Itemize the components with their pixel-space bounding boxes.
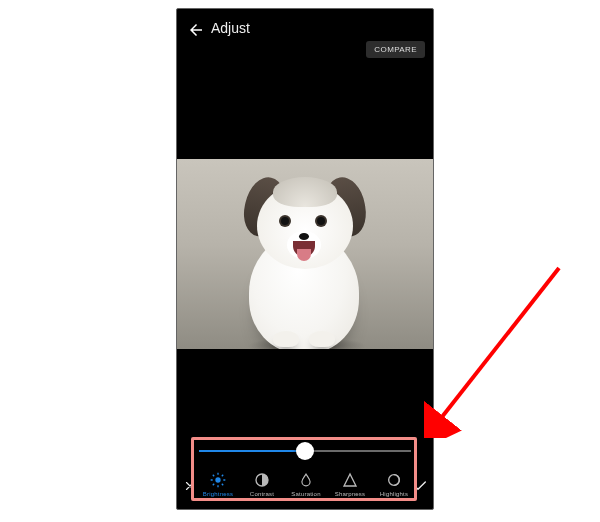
option-label: Brightness bbox=[203, 491, 233, 497]
option-saturation[interactable]: Saturation bbox=[285, 471, 327, 497]
option-brightness[interactable]: Brightness bbox=[197, 471, 239, 497]
highlights-icon bbox=[385, 471, 403, 489]
option-contrast[interactable]: Contrast bbox=[241, 471, 283, 497]
sharpness-icon bbox=[341, 471, 359, 489]
annotation-arrow bbox=[424, 258, 574, 438]
svg-line-6 bbox=[222, 484, 223, 485]
option-label: Saturation bbox=[291, 491, 320, 497]
close-icon bbox=[183, 479, 197, 493]
compare-button[interactable]: COMPARE bbox=[366, 41, 425, 58]
svg-line-8 bbox=[222, 475, 223, 476]
confirm-button[interactable] bbox=[411, 477, 429, 495]
slider-thumb[interactable] bbox=[296, 442, 314, 460]
photo-preview bbox=[177, 159, 433, 349]
svg-point-0 bbox=[215, 477, 220, 482]
cancel-button[interactable] bbox=[181, 477, 199, 495]
arrow-left-icon bbox=[187, 21, 205, 39]
check-icon bbox=[412, 478, 428, 494]
adjust-options: Brightness Contrast Saturation Sharpness bbox=[197, 463, 415, 497]
brightness-icon bbox=[209, 471, 227, 489]
photo-editor-screen: Adjust COMPARE bbox=[176, 8, 434, 510]
saturation-icon bbox=[297, 471, 315, 489]
svg-line-7 bbox=[213, 484, 214, 485]
svg-line-11 bbox=[438, 268, 559, 422]
option-sharpness[interactable]: Sharpness bbox=[329, 471, 371, 497]
slider-track-inactive bbox=[305, 450, 411, 452]
slider-track-active bbox=[199, 450, 305, 452]
option-highlights[interactable]: Highlights bbox=[373, 471, 415, 497]
header-bar: Adjust COMPARE bbox=[177, 9, 433, 53]
back-button[interactable] bbox=[185, 19, 207, 41]
option-label: Highlights bbox=[380, 491, 408, 497]
page-title: Adjust bbox=[211, 20, 250, 36]
adjust-slider[interactable] bbox=[199, 441, 411, 461]
contrast-icon bbox=[253, 471, 271, 489]
option-label: Sharpness bbox=[335, 491, 366, 497]
svg-line-5 bbox=[213, 475, 214, 476]
option-label: Contrast bbox=[250, 491, 274, 497]
